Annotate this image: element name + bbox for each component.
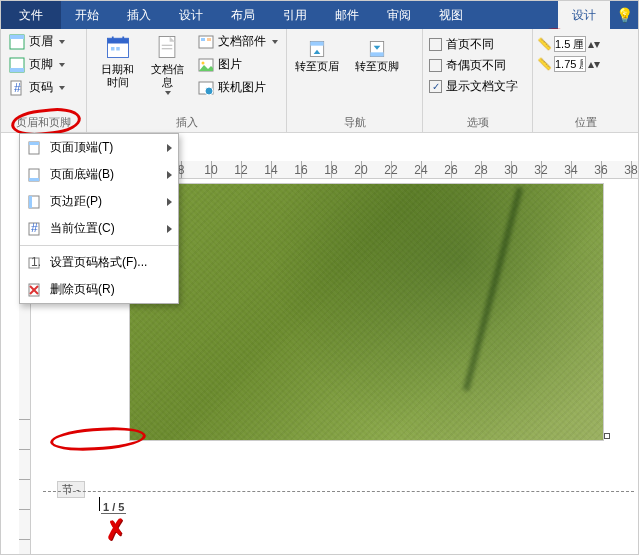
tab-insert[interactable]: 插入 — [113, 1, 165, 29]
svg-rect-32 — [29, 196, 32, 208]
goto-footer-button[interactable]: 转至页脚 — [351, 37, 403, 76]
group-label: 选项 — [427, 113, 528, 132]
svg-rect-24 — [310, 42, 323, 46]
submenu-arrow-icon — [167, 225, 172, 233]
checkbox-icon — [429, 59, 442, 72]
checkbox-icon — [429, 38, 442, 51]
page-top-icon — [26, 140, 42, 156]
menu-label: 页面底端(B) — [50, 166, 153, 183]
group-label: 页眉和页脚 — [5, 113, 82, 132]
svg-rect-1 — [10, 35, 24, 39]
header-label: 页眉 — [29, 33, 53, 50]
menu-label: 删除页码(R) — [50, 281, 172, 298]
chevron-down-icon — [59, 86, 65, 90]
goto-footer-icon — [367, 39, 387, 59]
footer-from-bottom-spinner[interactable]: 📏▴▾ — [537, 55, 634, 73]
different-first-page-checkbox[interactable]: 首页不同 — [427, 35, 528, 54]
document-info-icon — [153, 33, 181, 61]
header-button[interactable]: 页眉 — [5, 31, 82, 52]
group-position: 📏▴▾ 📏▴▾ 位置 — [533, 29, 638, 132]
footer-button[interactable]: 页脚 — [5, 54, 82, 75]
page-number-icon: # — [9, 80, 25, 96]
datetime-label: 日期和时间 — [97, 63, 139, 89]
svg-rect-7 — [107, 38, 128, 43]
header-from-top-input[interactable] — [554, 36, 586, 52]
quickparts-button[interactable]: 文档部件 — [194, 31, 282, 52]
checkbox-label: 显示文档文字 — [446, 78, 518, 95]
calendar-icon — [104, 33, 132, 61]
docinfo-button[interactable]: 文档信息 — [145, 31, 190, 98]
svg-rect-30 — [29, 178, 39, 181]
online-picture-button[interactable]: 联机图片 — [194, 77, 282, 98]
page-number-label: 页码 — [29, 79, 53, 96]
menu-label: 页边距(P) — [50, 193, 153, 210]
svg-point-22 — [205, 87, 213, 95]
checkbox-label: 首页不同 — [446, 36, 494, 53]
menu-separator — [20, 245, 178, 246]
svg-text:#: # — [31, 222, 38, 235]
spinner-buttons[interactable]: ▴▾ — [588, 57, 600, 71]
page-bottom-icon — [26, 167, 42, 183]
ruler-icon: 📏 — [537, 57, 552, 71]
menu-bottom-of-page[interactable]: 页面底端(B) — [20, 161, 178, 188]
ribbon: 页眉 页脚 # 页码 页眉和页脚 日期和时间 文档信息 — [1, 29, 638, 133]
datetime-button[interactable]: 日期和时间 — [91, 31, 145, 98]
chevron-down-icon — [59, 63, 65, 67]
tab-mailings[interactable]: 邮件 — [321, 1, 373, 29]
quickparts-icon — [198, 34, 214, 50]
submenu-arrow-icon — [167, 144, 172, 152]
tab-design[interactable]: 设计 — [165, 1, 217, 29]
menu-remove-page-numbers[interactable]: 删除页码(R) — [20, 276, 178, 303]
page-number-button[interactable]: # 页码 — [5, 77, 82, 98]
footer-icon — [9, 57, 25, 73]
goto-header-button[interactable]: 转至页眉 — [291, 37, 343, 76]
svg-rect-16 — [199, 36, 213, 48]
menu-top-of-page[interactable]: 页面顶端(T) — [20, 134, 178, 161]
menu-format-page-numbers[interactable]: 1. 设置页码格式(F)... — [20, 249, 178, 276]
svg-rect-17 — [201, 38, 205, 41]
different-odd-even-checkbox[interactable]: 奇偶页不同 — [427, 56, 528, 75]
tab-design-tools[interactable]: 设计 — [558, 1, 610, 29]
tab-file[interactable]: 文件 — [1, 1, 61, 29]
footer-from-bottom-input[interactable] — [554, 56, 586, 72]
tell-me-bulb-icon[interactable]: 💡 — [610, 1, 638, 29]
svg-rect-26 — [370, 52, 383, 56]
picture-icon — [198, 57, 214, 73]
svg-point-20 — [202, 61, 205, 64]
svg-text:#: # — [14, 81, 21, 95]
goto-header-label: 转至页眉 — [295, 59, 339, 74]
svg-rect-28 — [29, 142, 39, 145]
submenu-arrow-icon — [167, 171, 172, 179]
selected-image[interactable] — [129, 183, 604, 441]
docinfo-label: 文档信息 — [151, 63, 184, 89]
group-label: 导航 — [291, 113, 418, 132]
footer-boundary-line — [43, 491, 634, 492]
picture-button[interactable]: 图片 — [194, 54, 282, 75]
online-picture-label: 联机图片 — [218, 79, 266, 96]
header-from-top-spinner[interactable]: 📏▴▾ — [537, 35, 634, 53]
checkbox-label: 奇偶页不同 — [446, 57, 506, 74]
menu-current-position[interactable]: # 当前位置(C) — [20, 215, 178, 242]
tab-references[interactable]: 引用 — [269, 1, 321, 29]
spinner-buttons[interactable]: ▴▾ — [588, 37, 600, 51]
menu-page-margins[interactable]: 页边距(P) — [20, 188, 178, 215]
menu-label: 页面顶端(T) — [50, 139, 153, 156]
resize-handle[interactable] — [604, 433, 610, 439]
image-content — [463, 187, 523, 391]
footer-label: 页脚 — [29, 56, 53, 73]
menu-label: 当前位置(C) — [50, 220, 153, 237]
picture-label: 图片 — [218, 56, 242, 73]
chevron-down-icon — [59, 40, 65, 44]
tab-review[interactable]: 审阅 — [373, 1, 425, 29]
tab-home[interactable]: 开始 — [61, 1, 113, 29]
group-insert: 日期和时间 文档信息 文档部件 图片 联机图片 — [87, 29, 287, 132]
ruler-icon: 📏 — [537, 37, 552, 51]
show-document-text-checkbox[interactable]: ✓显示文档文字 — [427, 77, 528, 96]
chevron-down-icon — [165, 91, 171, 95]
svg-rect-11 — [116, 47, 120, 51]
format-icon: 1. — [26, 255, 42, 271]
page-number-field[interactable]: 1 / 5 — [101, 501, 126, 514]
tab-view[interactable]: 视图 — [425, 1, 477, 29]
menu-label: 设置页码格式(F)... — [50, 254, 172, 271]
tab-layout[interactable]: 布局 — [217, 1, 269, 29]
